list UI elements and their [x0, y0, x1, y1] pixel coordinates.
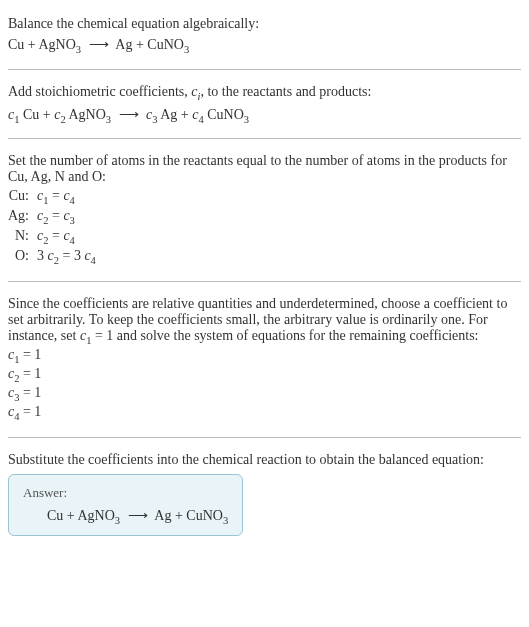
step3-title: Set the number of atoms in the reactants…: [8, 153, 521, 185]
divider: [8, 437, 521, 438]
step-coefficients: Add stoichiometric coefficients, ci, to …: [8, 76, 521, 133]
product-cuno3: CuNO3: [147, 37, 189, 52]
product-ag: Ag: [154, 508, 171, 523]
step-atom-balance: Set the number of atoms in the reactants…: [8, 145, 521, 274]
answer-equation: Cu + AgNO3 ⟶ Ag + CuNO3: [23, 507, 228, 526]
atom-equation: c2 = c3: [37, 207, 102, 227]
reaction-arrow: ⟶: [124, 508, 152, 523]
table-row: O: 3 c2 = 3 c4: [8, 247, 102, 267]
reactant-cu: Cu: [47, 508, 63, 523]
atom-equation: c2 = c4: [37, 227, 102, 247]
divider: [8, 69, 521, 70]
coeff-line: c4 = 1: [8, 404, 521, 422]
reactant-cu: Cu: [8, 37, 24, 52]
atom-equations-table: Cu: c1 = c4 Ag: c2 = c3 N: c2 = c4 O: 3 …: [8, 187, 102, 266]
answer-box: Answer: Cu + AgNO3 ⟶ Ag + CuNO3: [8, 474, 243, 537]
coeff-line: c2 = 1: [8, 366, 521, 384]
coefficient-solutions: c1 = 1 c2 = 1 c3 = 1 c4 = 1: [8, 347, 521, 421]
divider: [8, 138, 521, 139]
element-label: N:: [8, 227, 37, 247]
divider: [8, 281, 521, 282]
product-cuno3: CuNO3: [186, 508, 228, 523]
table-row: Cu: c1 = c4: [8, 187, 102, 207]
atom-equation: 3 c2 = 3 c4: [37, 247, 102, 267]
element-label: Ag:: [8, 207, 37, 227]
step2-title: Add stoichiometric coefficients, ci, to …: [8, 84, 521, 102]
table-row: Ag: c2 = c3: [8, 207, 102, 227]
element-label: Cu:: [8, 187, 37, 207]
step1-title: Balance the chemical equation algebraica…: [8, 16, 521, 32]
step4-title: Since the coefficients are relative quan…: [8, 296, 521, 346]
atom-equation: c1 = c4: [37, 187, 102, 207]
reactant-agno3: AgNO3: [38, 37, 81, 52]
element-label: O:: [8, 247, 37, 267]
step5-title: Substitute the coefficients into the che…: [8, 452, 521, 468]
step-balance: Balance the chemical equation algebraica…: [8, 8, 521, 63]
reaction-arrow: ⟶: [85, 37, 113, 52]
coeff-line: c3 = 1: [8, 385, 521, 403]
step2-equation: c1 Cu + c2 AgNO3 ⟶ c3 Ag + c4 CuNO3: [8, 106, 521, 125]
table-row: N: c2 = c4: [8, 227, 102, 247]
coeff-line: c1 = 1: [8, 347, 521, 365]
product-ag: Ag: [115, 37, 132, 52]
step-solve: Since the coefficients are relative quan…: [8, 288, 521, 431]
reaction-arrow: ⟶: [115, 107, 143, 122]
reactant-agno3: AgNO3: [77, 508, 120, 523]
step1-equation: Cu + AgNO3 ⟶ Ag + CuNO3: [8, 36, 521, 55]
answer-label: Answer:: [23, 485, 228, 501]
step-substitute: Substitute the coefficients into the che…: [8, 444, 521, 545]
